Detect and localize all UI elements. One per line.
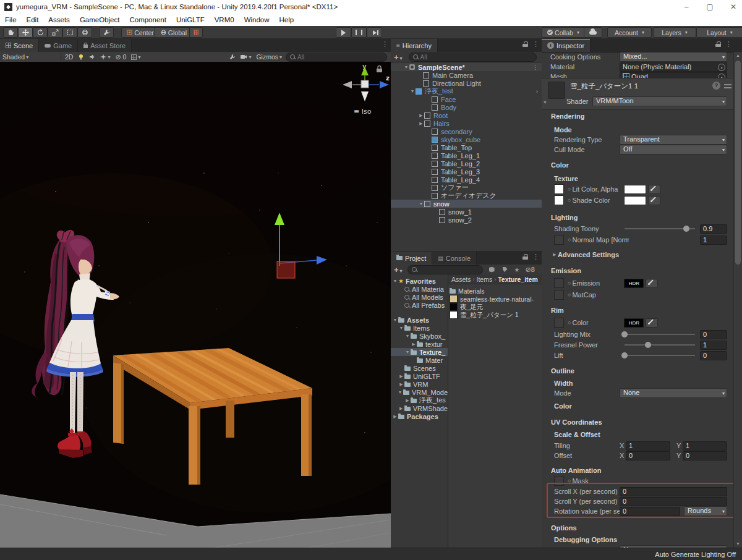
- lighting-mix-slider[interactable]: [625, 334, 695, 335]
- tab-game[interactable]: Game: [39, 39, 78, 52]
- eyedropper-icon[interactable]: [648, 196, 660, 205]
- lift-field[interactable]: 0: [700, 351, 727, 360]
- hierarchy-item[interactable]: Table_Leg_1: [391, 151, 542, 159]
- tree-packages[interactable]: Packages: [391, 412, 448, 420]
- lighting-status-label[interactable]: Auto Generate Lighting Off: [655, 551, 736, 558]
- hierarchy-item[interactable]: Table_Leg_3: [391, 168, 542, 176]
- scene-search-input[interactable]: All: [286, 53, 387, 62]
- foldout-icon[interactable]: [403, 65, 409, 69]
- step-button[interactable]: [367, 27, 382, 38]
- tree-unigltf[interactable]: UniGLTF: [391, 372, 448, 380]
- foldout-icon[interactable]: [418, 202, 424, 206]
- tiling-y-field[interactable]: 1: [683, 441, 727, 451]
- tree-textures[interactable]: textur: [391, 340, 448, 348]
- tree-favorites[interactable]: Favorites: [391, 277, 448, 285]
- prefab-open-chevron[interactable]: ›: [536, 88, 538, 95]
- tree-skybox[interactable]: Skybox_: [391, 332, 448, 340]
- breadcrumb-items[interactable]: Items: [477, 276, 493, 283]
- texture-slot[interactable]: [554, 476, 564, 486]
- eyedropper-icon[interactable]: [646, 318, 658, 328]
- shading-toony-field[interactable]: 0.9: [700, 224, 727, 234]
- hierarchy-item[interactable]: Main Camera: [391, 71, 542, 79]
- tab-project[interactable]: Project: [391, 252, 432, 265]
- rect-tool-icon[interactable]: [62, 27, 77, 38]
- material-object-field[interactable]: None (Physic Material): [620, 62, 727, 72]
- pause-button[interactable]: [351, 27, 367, 38]
- menu-window[interactable]: Window: [239, 16, 275, 23]
- cloud-button[interactable]: [584, 27, 602, 38]
- cull-mode-dropdown[interactable]: Off: [620, 145, 727, 155]
- menu-edit[interactable]: Edit: [22, 16, 44, 23]
- hierarchy-item[interactable]: skybox_cube: [391, 135, 542, 143]
- project-lock-icon[interactable]: [522, 254, 528, 259]
- hierarchy-item[interactable]: Body: [391, 103, 542, 111]
- scene-menu-icon[interactable]: [382, 41, 388, 47]
- lighting-mix-field[interactable]: 0: [700, 330, 727, 339]
- move-tool-icon[interactable]: [18, 27, 33, 38]
- search-by-label-icon[interactable]: [503, 267, 508, 272]
- rim-hdr-swatch[interactable]: HDR: [624, 318, 644, 328]
- offset-y-field[interactable]: 0: [683, 451, 727, 460]
- shading-mode-dropdown[interactable]: Shaded: [0, 53, 59, 61]
- shader-dropdown[interactable]: VRM/MToon: [592, 96, 727, 106]
- texture-slot[interactable]: [554, 184, 564, 194]
- hierarchy-item[interactable]: ソファー: [391, 184, 542, 192]
- texture-slot[interactable]: [554, 290, 564, 300]
- cooking-options-dropdown[interactable]: Mixed...: [620, 52, 727, 62]
- layout-dropdown[interactable]: Layout: [696, 27, 742, 38]
- emission-hdr-swatch[interactable]: HDR: [624, 279, 644, 288]
- inspector-scrollbar[interactable]: ▲ ▼: [733, 52, 742, 548]
- hierarchy-item[interactable]: Directional Light: [391, 79, 542, 87]
- play-button[interactable]: [336, 27, 351, 38]
- project-create-button[interactable]: +: [394, 265, 403, 274]
- hierarchy-item[interactable]: Table_Leg_4: [391, 176, 542, 184]
- menu-help[interactable]: Help: [275, 16, 299, 23]
- scale-tool-icon[interactable]: [48, 27, 62, 38]
- project-hidden-count[interactable]: 8: [526, 266, 535, 274]
- tab-scene[interactable]: Scene: [0, 39, 39, 52]
- tree-all-materials[interactable]: All Materia: [391, 285, 448, 293]
- shading-toony-slider[interactable]: [625, 228, 695, 229]
- menu-unigltf[interactable]: UniGLTF: [171, 16, 210, 23]
- scene-viewport[interactable]: y z ≡ Iso: [0, 62, 391, 548]
- tab-console[interactable]: ▤ Console: [432, 252, 477, 265]
- scroll-y-field[interactable]: 0: [620, 497, 727, 506]
- transform-tool-icon[interactable]: [77, 27, 92, 38]
- menu-file[interactable]: File: [0, 16, 22, 23]
- hierarchy-lock-icon[interactable]: [522, 41, 528, 46]
- tab-hierarchy[interactable]: ≡ Hierarchy: [391, 39, 438, 52]
- shade-color-swatch[interactable]: [624, 196, 646, 205]
- rotate-tool-icon[interactable]: [33, 27, 48, 38]
- minimize-button[interactable]: –: [683, 2, 690, 11]
- tree-jouya-test[interactable]: 浄夜_tes: [391, 396, 448, 404]
- tree-assets[interactable]: Assets: [391, 316, 448, 324]
- hierarchy-item[interactable]: オーディオデスク: [391, 192, 542, 200]
- hierarchy-create-button[interactable]: +: [394, 53, 403, 62]
- hierarchy-item[interactable]: Root: [391, 111, 542, 119]
- effects-dropdown[interactable]: [98, 53, 113, 61]
- hierarchy-item[interactable]: Hairs: [391, 119, 542, 127]
- scene-row-menu-icon[interactable]: [532, 64, 538, 70]
- tree-items[interactable]: Items: [391, 324, 448, 332]
- menu-vrm0[interactable]: VRM0: [210, 16, 239, 23]
- foldout-icon[interactable]: [418, 113, 424, 118]
- scrollbar-thumb[interactable]: [735, 61, 741, 265]
- layers-dropdown[interactable]: Layers: [653, 27, 696, 38]
- rendering-type-dropdown[interactable]: Transparent: [620, 135, 727, 145]
- hierarchy-item[interactable]: snow_2: [391, 216, 542, 224]
- hierarchy-item[interactable]: secondary: [391, 127, 542, 135]
- inspector-menu-icon[interactable]: [725, 41, 732, 47]
- file-row[interactable]: seamless-texture-natural-: [450, 295, 542, 303]
- eyedropper-icon[interactable]: [646, 279, 658, 288]
- project-search-input[interactable]: [407, 265, 483, 274]
- fresnel-power-slider[interactable]: [625, 344, 695, 346]
- tab-asset-store[interactable]: Asset Store: [78, 39, 132, 52]
- pivot-toggle-button[interactable]: Center: [121, 27, 160, 38]
- hierarchy-item-scene[interactable]: SampleScene*: [391, 63, 542, 71]
- hierarchy-item[interactable]: snow_1: [391, 208, 542, 216]
- account-dropdown[interactable]: Account: [607, 27, 652, 38]
- presets-icon[interactable]: [724, 83, 731, 89]
- tiling-x-field[interactable]: 1: [626, 441, 670, 451]
- custom-tool-icon[interactable]: [99, 27, 114, 38]
- scene-tools-icon[interactable]: [227, 53, 238, 61]
